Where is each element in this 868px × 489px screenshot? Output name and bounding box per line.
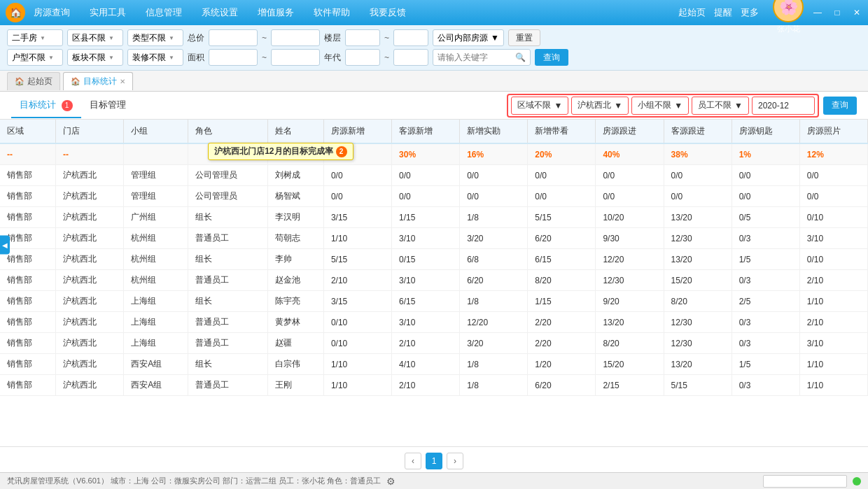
nav-settings[interactable]: 系统设置 xyxy=(199,5,241,20)
table-cell: 上海组 xyxy=(124,312,188,333)
nav-value-added[interactable]: 增值服务 xyxy=(255,5,297,20)
sub-nav-target-stats[interactable]: 目标统计 1 xyxy=(11,93,81,118)
year-from-input[interactable] xyxy=(345,49,380,66)
category-select[interactable]: 类型不限 ▼ xyxy=(127,29,183,46)
table-cell: 1/10 xyxy=(323,375,391,396)
title-bar: 🏠 房源查询 实用工具 信息管理 系统设置 增值服务 软件帮助 我要反馈 起始页… xyxy=(0,0,868,25)
table-cell: 销售部 xyxy=(0,186,56,207)
staff-filter-label: 员工不限 xyxy=(698,99,732,111)
group-filter-label: 小组不限 xyxy=(638,99,671,111)
table-cell: 销售部 xyxy=(0,207,56,228)
branch-filter[interactable]: 沪杭西北 ▼ xyxy=(571,97,629,115)
home-btn[interactable]: 起始页 xyxy=(678,6,706,19)
table-cell: 沪杭西北 xyxy=(56,291,124,312)
table-cell: -- xyxy=(0,143,56,165)
decoration-select[interactable]: 装修不限 ▼ xyxy=(127,49,183,66)
price-from-input[interactable] xyxy=(209,29,258,46)
nav-info[interactable]: 信息管理 xyxy=(143,5,185,20)
minimize-button[interactable]: — xyxy=(812,7,823,18)
bell-btn[interactable]: 提醒 xyxy=(714,6,732,19)
area-from-input[interactable] xyxy=(209,49,258,66)
staff-filter[interactable]: 员工不限 ▼ xyxy=(692,97,749,115)
table-cell: 刘树成 xyxy=(267,165,323,186)
table-cell: 沪杭西北 xyxy=(56,333,124,354)
keyword-input[interactable] xyxy=(438,52,512,62)
sub-nav-filters: 区域不限 ▼ 沪杭西北 ▼ 小组不限 ▼ 员工不限 ▼ 查询 xyxy=(507,94,857,118)
next-page-button[interactable]: › xyxy=(447,453,463,469)
nav-tools[interactable]: 实用工具 xyxy=(87,5,129,20)
year-to-input[interactable] xyxy=(393,49,428,66)
table-cell: 组长 xyxy=(188,291,267,312)
tooltip-box: 沪杭西北门店12月的目标完成率2 xyxy=(208,143,353,160)
table-row: ----沪杭西北门店12月的目标完成率2 完成率20%30%16%20%40%3… xyxy=(0,143,868,165)
price-to-input[interactable] xyxy=(271,29,320,46)
house-type-select[interactable]: 二手房 ▼ xyxy=(7,29,63,46)
table-cell: 1/10 xyxy=(323,354,391,375)
table-cell: 2/5 xyxy=(732,291,799,312)
table-cell: 12/20 xyxy=(596,249,664,270)
district-arrow: ▼ xyxy=(108,35,114,41)
page-1-button[interactable]: 1 xyxy=(426,453,442,469)
gear-icon[interactable]: ⚙ xyxy=(386,476,396,487)
left-collapse-tab[interactable]: ◀ xyxy=(0,235,10,254)
table-cell: 12/30 xyxy=(664,312,732,333)
nav-feedback[interactable]: 我要反馈 xyxy=(367,5,409,20)
table-cell: 0/3 xyxy=(732,333,799,354)
tooltip-badge: 2 xyxy=(336,146,347,157)
company-house-arrow: ▼ xyxy=(491,33,499,43)
sub-query-button[interactable]: 查询 xyxy=(823,97,857,115)
sub-nav-target-mgmt[interactable]: 目标管理 xyxy=(81,93,134,118)
table-cell: 黄梦林 xyxy=(267,312,323,333)
reset-button[interactable]: 重置 xyxy=(508,29,540,46)
table-cell: 杭州组 xyxy=(124,228,188,249)
tab-home[interactable]: 🏠 起始页 xyxy=(7,72,60,90)
decoration-label: 装修不限 xyxy=(132,52,166,64)
maximize-button[interactable]: □ xyxy=(832,7,843,18)
table-cell: 16% xyxy=(460,143,528,165)
more-btn[interactable]: 更多 xyxy=(741,6,759,19)
floor-from-input[interactable] xyxy=(345,29,380,46)
nav-help[interactable]: 软件帮助 xyxy=(311,5,353,20)
staff-filter-arrow: ▼ xyxy=(734,101,743,111)
table-cell: 销售部 xyxy=(0,165,56,186)
group-filter[interactable]: 小组不限 ▼ xyxy=(631,97,689,115)
tab-target-stats[interactable]: 🏠 目标统计 ✕ xyxy=(63,72,133,90)
table-cell: 组长 xyxy=(188,249,267,270)
table-cell: 6/8 xyxy=(460,249,528,270)
avatar-area: 🌸 张小花 xyxy=(773,0,804,34)
data-table: 区域 门店 小组 角色 姓名 房源新增 客源新增 新增实勘 新增带看 房源跟进 … xyxy=(0,120,868,396)
category-label: 类型不限 xyxy=(132,32,166,44)
table-cell: 上海组 xyxy=(124,333,188,354)
prev-page-button[interactable]: ‹ xyxy=(405,453,421,469)
room-type-select[interactable]: 户型不限 ▼ xyxy=(7,49,63,66)
area-to-input[interactable] xyxy=(271,49,320,66)
table-row: 销售部沪杭西北杭州组组长李帅5/150/156/86/1512/2013/201… xyxy=(0,249,868,270)
date-input[interactable] xyxy=(752,97,815,115)
table-cell: 赵金池 xyxy=(267,270,323,291)
col-house-photo: 房源照片 xyxy=(799,120,867,143)
table-cell: 销售部 xyxy=(0,354,56,375)
region-filter[interactable]: 区域不限 ▼ xyxy=(511,97,568,115)
keyword-search-box[interactable]: 🔍 xyxy=(433,49,531,66)
table-cell: 8/20 xyxy=(528,270,596,291)
nav-house-query[interactable]: 房源查询 xyxy=(31,5,73,20)
col-client-follow: 客源跟进 xyxy=(664,120,732,143)
table-cell: 15/20 xyxy=(664,270,732,291)
sub-nav-target-mgmt-label: 目标管理 xyxy=(90,99,126,110)
table-cell: 1/8 xyxy=(460,375,528,396)
company-house-select[interactable]: 公司内部房源 ▼ xyxy=(433,29,504,46)
group-filter-arrow: ▼ xyxy=(674,101,682,111)
table-cell: 40% xyxy=(596,143,664,165)
status-search-input[interactable] xyxy=(763,475,847,488)
tab-close-icon[interactable]: ✕ xyxy=(120,78,125,85)
floor-to-input[interactable] xyxy=(393,29,428,46)
block-select[interactable]: 板块不限 ▼ xyxy=(67,49,123,66)
table-cell: 0/0 xyxy=(392,186,460,207)
col-new-showing: 新增带看 xyxy=(528,120,596,143)
table-cell: 普通员工 xyxy=(188,228,267,249)
search-button[interactable]: 查询 xyxy=(535,49,568,66)
close-button[interactable]: ✕ xyxy=(851,7,862,18)
district-select[interactable]: 区县不限 ▼ xyxy=(67,29,123,46)
col-actual-inspect: 新增实勘 xyxy=(460,120,528,143)
table-cell: 3/15 xyxy=(323,291,391,312)
